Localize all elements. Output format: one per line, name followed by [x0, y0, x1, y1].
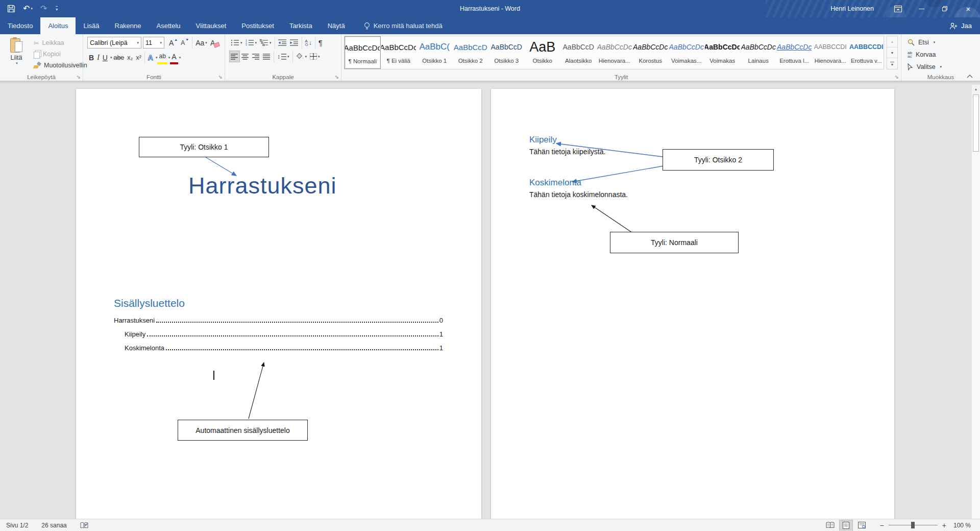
toc-heading[interactable]: Sisällysluettelo	[114, 297, 185, 309]
align-center-button[interactable]	[240, 51, 251, 62]
save-button[interactable]	[7, 5, 15, 13]
style-ei-valia[interactable]: AaBbCcDc¶ Ei väliä	[381, 36, 417, 69]
bold-button[interactable]: B	[87, 52, 95, 63]
shrink-font-button[interactable]: A▼	[179, 37, 190, 49]
styles-dialog-launcher[interactable]: ⇘	[895, 75, 899, 80]
heading-kiipeily[interactable]: Kiipeily	[529, 135, 557, 145]
multilevel-list-button[interactable]: ▾	[258, 37, 273, 49]
collapse-ribbon-button[interactable]	[967, 75, 973, 78]
decrease-indent-button[interactable]	[277, 37, 288, 49]
zoom-out-button[interactable]: −	[880, 521, 884, 529]
paste-button[interactable]: Liitä ▾	[2, 36, 31, 71]
font-color-button[interactable]: A	[170, 51, 178, 64]
callout-style-heading1[interactable]: Tyyli: Otsikko 1	[139, 137, 269, 157]
font-family-select[interactable]: Calibri (Leipä ▾	[87, 37, 141, 49]
shading-button[interactable]: ▾	[295, 51, 309, 62]
share-button[interactable]: Jaa	[945, 17, 976, 34]
increase-indent-button[interactable]	[288, 37, 300, 49]
styles-gallery-more-button[interactable]: ▼	[887, 58, 897, 69]
tab-tiedosto[interactable]: Tiedosto	[0, 17, 40, 34]
copy-button[interactable]: Kopioi	[34, 49, 87, 60]
tell-me-box[interactable]: Kerro mitä haluat tehdä	[364, 17, 443, 34]
change-case-button[interactable]: Aa▾	[194, 37, 209, 49]
zoom-in-button[interactable]: +	[942, 521, 946, 529]
clear-formatting-button[interactable]: A	[209, 37, 221, 49]
style-otsikko-2[interactable]: AaBbCcDOtsikko 2	[453, 36, 489, 69]
tab-aloitus[interactable]: Aloitus	[40, 17, 76, 34]
text-effects-button[interactable]: A	[146, 52, 155, 63]
italic-button[interactable]: I	[95, 52, 101, 63]
page-indicator[interactable]: Sivu 1/2	[6, 522, 28, 529]
justify-button[interactable]	[261, 51, 272, 62]
font-size-select[interactable]: 11 ▾	[143, 37, 164, 49]
style-otsikko-1[interactable]: AaBbC(Otsikko 1	[416, 36, 453, 69]
style-hienovarainen-viittaus[interactable]: AABBCCDIHienovara...	[813, 36, 849, 69]
grow-font-button[interactable]: A▲	[167, 37, 179, 49]
style-erottuva-lainaus[interactable]: AaBbCcDcErottuva l...	[776, 36, 813, 69]
show-hide-marks-button[interactable]: ¶	[317, 37, 324, 49]
callout-automatic-toc[interactable]: Automaattinen sisällysluettelo	[178, 420, 308, 441]
redo-button[interactable]: ↷	[40, 5, 47, 13]
toc-entry-2[interactable]: Kiipeily 1	[114, 329, 443, 338]
minimize-button[interactable]	[910, 0, 933, 17]
zoom-level[interactable]: 100 %	[953, 522, 971, 529]
line-spacing-button[interactable]: ↕ ▾	[276, 51, 291, 62]
ribbon-display-options-button[interactable]	[886, 0, 910, 17]
underline-button[interactable]: U	[101, 52, 109, 63]
style-otsikko[interactable]: AaBOtsikko	[525, 36, 561, 69]
document-page-1[interactable]: Tyyli: Otsikko 1 Harrastukseni Sisällysl…	[76, 89, 481, 519]
clipboard-dialog-launcher[interactable]: ⇘	[77, 75, 81, 80]
font-dialog-launcher[interactable]: ⇘	[218, 75, 223, 80]
tab-asettelu[interactable]: Asettelu	[149, 17, 188, 34]
tab-viittaukset[interactable]: Viittaukset	[188, 17, 234, 34]
heading-koskimelonta[interactable]: Koskimelonta	[529, 178, 581, 188]
style-voimakas[interactable]: AaBbCcDcVoimakas	[704, 36, 741, 69]
superscript-button[interactable]: x²	[134, 52, 142, 63]
replace-button[interactable]: abac Korvaa	[908, 49, 980, 60]
select-button[interactable]: Valitse ▾	[908, 61, 980, 73]
undo-button[interactable]: ↶▾	[23, 5, 33, 13]
callout-style-normal[interactable]: Tyyli: Normaali	[610, 232, 739, 253]
tab-lisaa[interactable]: Lisää	[76, 17, 107, 34]
borders-button[interactable]: ▾	[308, 51, 322, 62]
document-title-heading[interactable]: Harrastukseni	[188, 173, 337, 199]
align-left-button[interactable]	[229, 51, 240, 62]
style-lainaus[interactable]: AaBbCcDcLainaus	[741, 36, 777, 69]
toc-entry-3[interactable]: Koskimelonta 1	[114, 343, 443, 352]
word-count[interactable]: 26 sanaa	[41, 522, 66, 529]
highlight-color-button[interactable]: ab	[157, 51, 167, 64]
close-button[interactable]: ×	[957, 0, 980, 17]
proofing-status-button[interactable]	[80, 522, 88, 529]
format-painter-button[interactable]: Muotoilusivellin	[34, 60, 87, 71]
style-alaotsikko[interactable]: AaBbCcDAlaotsikko	[560, 36, 597, 69]
tab-tarkista[interactable]: Tarkista	[282, 17, 320, 34]
style-erottuva-viittaus[interactable]: AABBCCDIErottuva v...	[848, 36, 884, 69]
tab-postitukset[interactable]: Postitukset	[234, 17, 282, 34]
vertical-scrollbar[interactable]: ▲	[971, 85, 980, 519]
zoom-slider[interactable]	[889, 525, 938, 525]
restore-button[interactable]	[933, 0, 957, 17]
tab-rakenne[interactable]: Rakenne	[107, 17, 149, 34]
style-voimakas-korostus[interactable]: AaBbCcDcVoimakas...	[669, 36, 705, 69]
bullets-button[interactable]: ▾	[229, 37, 244, 49]
read-mode-button[interactable]	[823, 520, 837, 530]
body-koskimelonta[interactable]: Tähän tietoja koskimelonnasta.	[529, 190, 628, 199]
customize-quick-access-button[interactable]: ▾	[55, 6, 58, 12]
styles-scroll-down-button[interactable]: ▼	[887, 47, 897, 59]
scroll-up-button[interactable]: ▲	[972, 85, 980, 93]
style-normaali[interactable]: AaBbCcDc¶ Normaali	[345, 36, 381, 69]
body-kiipeily[interactable]: Tähän tietoja kiipeilystä.	[529, 148, 605, 156]
find-button[interactable]: Etsi ▾	[908, 37, 980, 48]
document-page-2[interactable]: Kiipeily Tähän tietoja kiipeilystä. Tyyl…	[491, 89, 894, 519]
callout-style-heading2[interactable]: Tyyli: Otsikko 2	[663, 149, 774, 171]
styles-scroll-up-button[interactable]: ▲	[887, 36, 897, 47]
strikethrough-button[interactable]: abe	[112, 52, 126, 63]
paragraph-dialog-launcher[interactable]: ⇘	[335, 75, 339, 80]
numbering-button[interactable]: 123 ▾	[244, 37, 259, 49]
tab-nayta[interactable]: Näytä	[320, 17, 353, 34]
sort-button[interactable]: AÖ ↓	[304, 37, 313, 49]
subscript-button[interactable]: x₂	[126, 52, 134, 63]
cut-button[interactable]: ✂ Leikkaa	[34, 37, 87, 49]
scrollbar-thumb[interactable]	[973, 94, 979, 152]
zoom-slider-thumb[interactable]	[911, 522, 915, 528]
